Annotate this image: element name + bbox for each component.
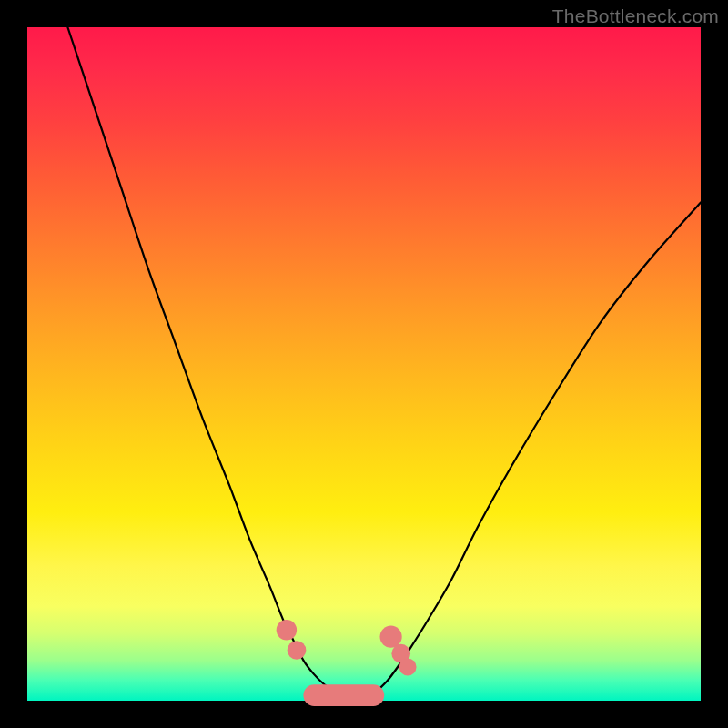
marker-dot xyxy=(379,626,401,648)
chart-svg xyxy=(27,27,701,701)
left-curve xyxy=(67,27,333,691)
floor-bar xyxy=(303,684,384,706)
marker-group xyxy=(277,620,417,675)
marker-dot xyxy=(399,659,417,676)
chart-frame: TheBottleneck.com xyxy=(0,0,728,728)
watermark-text: TheBottleneck.com xyxy=(552,5,719,27)
marker-dot xyxy=(288,641,307,660)
plot-area xyxy=(27,27,701,701)
right-curve xyxy=(378,202,701,691)
marker-dot xyxy=(277,620,297,640)
